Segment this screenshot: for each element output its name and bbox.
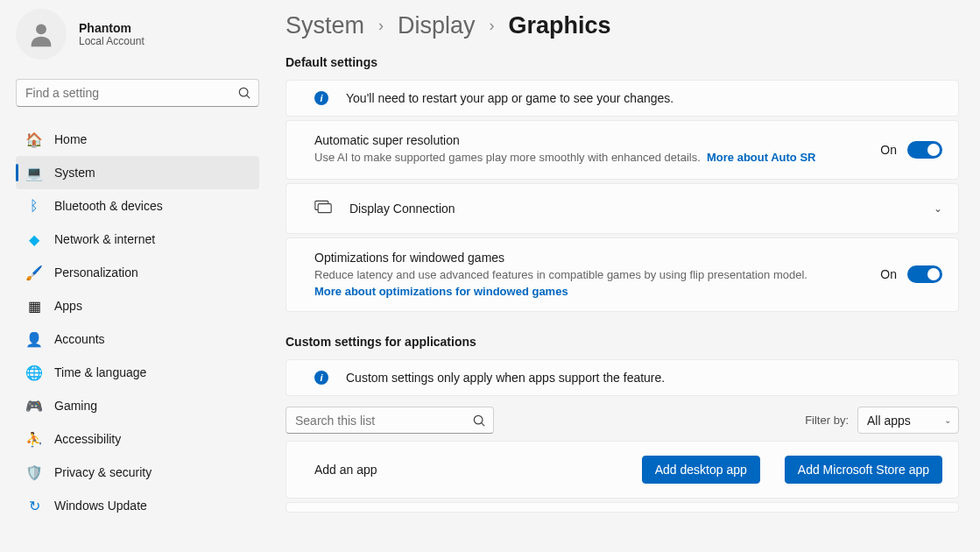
custom-info-card: i Custom settings only apply when apps s… [286,359,959,396]
search-input[interactable] [16,79,259,107]
sidebar-item-label: Windows Update [54,499,147,513]
main: System › Display › Graphics Default sett… [271,0,980,552]
sidebar-item-system[interactable]: 💻System [16,156,259,189]
chevron-right-icon: › [490,17,495,35]
filter-select[interactable]: All apps ⌄ [857,407,959,434]
asr-link[interactable]: More about Auto SR [707,151,815,164]
sidebar-item-label: Apps [54,299,82,313]
sidebar-item-label: System [54,166,95,180]
sidebar-item-gaming[interactable]: 🎮Gaming [16,389,259,422]
nav: 🏠Home 💻System ᛒBluetooth & devices ◆Netw… [16,119,271,522]
sidebar-item-network[interactable]: ◆Network & internet [16,223,259,256]
asr-card: Automatic super resolution Use AI to mak… [286,120,959,180]
windowed-sub: Reduce latency and use advanced features… [314,266,863,284]
svg-point-0 [36,24,46,34]
display-connection-card[interactable]: Display Connection ⌄ [286,183,959,234]
chevron-down-icon: ⌄ [934,202,942,215]
windowed-link[interactable]: More about optimizations for windowed ga… [314,285,568,298]
update-icon: ↻ [26,498,42,513]
avatar [16,9,67,60]
sidebar-item-label: Privacy & security [54,465,152,479]
add-desktop-button[interactable]: Add desktop app [642,456,760,484]
display-icon [314,200,332,217]
sidebar-item-time[interactable]: 🌐Time & language [16,356,259,389]
sidebar-item-personalization[interactable]: 🖌️Personalization [16,256,259,289]
custom-info-text: Custom settings only apply when apps sup… [346,371,942,385]
system-icon: 💻 [26,165,42,180]
sidebar-item-privacy[interactable]: 🛡️Privacy & security [16,456,259,489]
restart-info-card: i You'll need to restart your app or gam… [286,80,959,117]
restart-info-text: You'll need to restart your app or game … [346,91,942,105]
search-wrap [16,79,259,107]
display-connection-title: Display Connection [349,202,916,216]
filter-label: Filter by: [805,414,849,427]
svg-rect-4 [318,203,331,212]
svg-line-2 [247,96,250,99]
windowed-card: Optimizations for windowed games Reduce … [286,237,959,313]
sidebar-item-accounts[interactable]: 👤Accounts [16,322,259,356]
windowed-state: On [880,267,897,281]
windowed-toggle[interactable] [907,265,942,283]
add-app-card: Add an app Add desktop app Add Microsoft… [286,441,959,499]
section-default-title: Default settings [286,55,959,69]
svg-point-1 [239,88,248,96]
asr-title: Automatic super resolution [314,133,863,147]
sidebar: Phantom Local Account 🏠Home 💻System ᛒBlu… [0,0,271,552]
user-icon [26,19,56,49]
breadcrumb-display[interactable]: Display [398,12,476,39]
sidebar-item-accessibility[interactable]: ⛹Accessibility [16,422,259,456]
info-icon: i [314,371,328,385]
gamepad-icon: 🎮 [26,398,42,414]
filter-row: Filter by: All apps ⌄ [286,407,959,434]
search-icon [473,414,485,427]
accessibility-icon: ⛹ [26,431,42,447]
chevron-down-icon: ⌄ [944,415,951,425]
sidebar-item-label: Bluetooth & devices [54,199,163,213]
globe-icon: 🌐 [26,364,42,380]
user-block[interactable]: Phantom Local Account [16,7,271,70]
search-icon [238,87,250,99]
chevron-right-icon: › [378,17,384,35]
asr-toggle[interactable] [907,141,942,159]
sidebar-item-label: Gaming [54,399,97,413]
filter-value: All apps [867,414,911,428]
user-sub: Local Account [79,35,145,47]
person-icon: 👤 [26,331,42,347]
breadcrumb-graphics: Graphics [509,12,611,39]
sidebar-item-label: Personalization [54,265,138,280]
breadcrumb-system[interactable]: System [286,12,364,39]
sidebar-item-label: Accessibility [54,432,121,446]
placeholder-card [286,502,959,513]
wifi-icon: ◆ [26,231,42,247]
svg-point-5 [474,415,483,424]
sidebar-item-label: Accounts [54,332,105,346]
add-app-title: Add an app [314,463,624,477]
sidebar-item-bluetooth[interactable]: ᛒBluetooth & devices [16,189,259,223]
shield-icon: 🛡️ [26,464,42,480]
brush-icon: 🖌️ [26,265,42,280]
asr-state: On [880,143,897,157]
apps-icon: ▦ [26,298,42,314]
list-search-input[interactable] [286,407,494,434]
asr-sub: Use AI to make supported games play more… [314,151,701,164]
windowed-title: Optimizations for windowed games [314,251,863,265]
user-name: Phantom [79,21,145,35]
sidebar-item-home[interactable]: 🏠Home [16,123,259,156]
add-store-button[interactable]: Add Microsoft Store app [785,456,942,484]
sidebar-item-apps[interactable]: ▦Apps [16,289,259,322]
sidebar-item-label: Home [54,132,87,146]
bluetooth-icon: ᛒ [26,198,42,214]
sidebar-item-label: Time & language [54,365,146,379]
info-icon: i [314,91,328,105]
sidebar-item-update[interactable]: ↻Windows Update [16,489,259,522]
section-custom-title: Custom settings for applications [286,335,959,349]
sidebar-item-label: Network & internet [54,232,155,246]
home-icon: 🏠 [26,131,42,147]
breadcrumb: System › Display › Graphics [286,12,959,39]
svg-line-6 [482,422,485,426]
